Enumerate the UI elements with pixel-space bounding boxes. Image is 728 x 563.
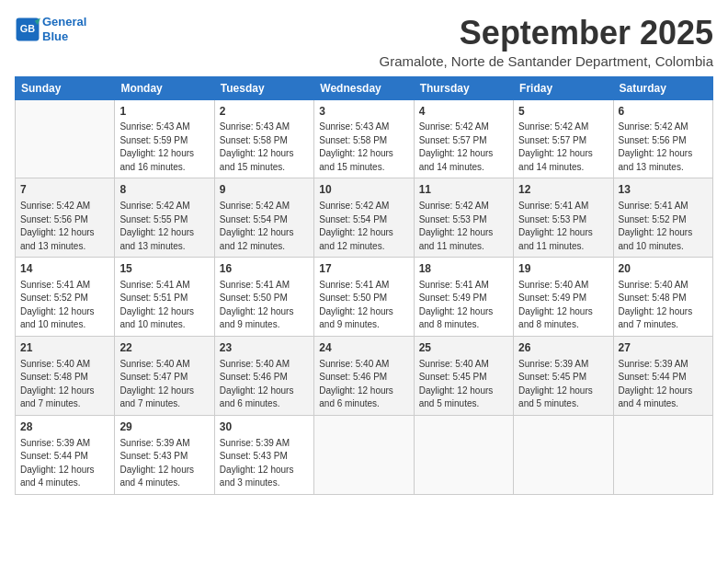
calendar-cell: 6Sunrise: 5:42 AM Sunset: 5:56 PM Daylig… <box>613 99 712 178</box>
calendar-cell: 1Sunrise: 5:43 AM Sunset: 5:59 PM Daylig… <box>115 99 214 178</box>
day-number: 21 <box>20 340 109 356</box>
calendar-cell: 18Sunrise: 5:41 AM Sunset: 5:49 PM Dayli… <box>414 258 513 337</box>
calendar-header-row: SundayMondayTuesdayWednesdayThursdayFrid… <box>16 76 713 99</box>
calendar-cell <box>514 415 613 494</box>
header-friday: Friday <box>514 76 613 99</box>
day-info: Sunrise: 5:40 AM Sunset: 5:49 PM Dayligh… <box>518 279 608 332</box>
calendar-cell: 9Sunrise: 5:42 AM Sunset: 5:54 PM Daylig… <box>214 178 313 258</box>
day-number: 2 <box>220 104 309 120</box>
day-number: 26 <box>518 340 608 356</box>
day-info: Sunrise: 5:42 AM Sunset: 5:56 PM Dayligh… <box>619 121 708 174</box>
header-saturday: Saturday <box>613 76 712 99</box>
day-info: Sunrise: 5:40 AM Sunset: 5:46 PM Dayligh… <box>319 358 408 411</box>
day-number: 30 <box>220 419 309 435</box>
header-monday: Monday <box>115 76 214 99</box>
svg-text:GB: GB <box>20 23 35 34</box>
day-number: 10 <box>319 182 408 198</box>
calendar-cell: 29Sunrise: 5:39 AM Sunset: 5:43 PM Dayli… <box>115 415 214 494</box>
day-info: Sunrise: 5:43 AM Sunset: 5:58 PM Dayligh… <box>220 121 309 174</box>
calendar-cell: 7Sunrise: 5:42 AM Sunset: 5:56 PM Daylig… <box>16 178 115 258</box>
logo-line2: Blue <box>42 29 68 43</box>
day-info: Sunrise: 5:43 AM Sunset: 5:59 PM Dayligh… <box>119 121 209 174</box>
calendar-table: SundayMondayTuesdayWednesdayThursdayFrid… <box>15 76 713 495</box>
day-number: 5 <box>518 104 608 120</box>
calendar-cell: 26Sunrise: 5:39 AM Sunset: 5:45 PM Dayli… <box>514 336 613 415</box>
calendar-cell: 15Sunrise: 5:41 AM Sunset: 5:51 PM Dayli… <box>115 258 214 337</box>
day-number: 29 <box>119 419 209 435</box>
calendar-cell: 20Sunrise: 5:40 AM Sunset: 5:48 PM Dayli… <box>613 258 712 337</box>
day-info: Sunrise: 5:39 AM Sunset: 5:44 PM Dayligh… <box>619 358 708 411</box>
calendar-cell: 11Sunrise: 5:42 AM Sunset: 5:53 PM Dayli… <box>414 178 513 258</box>
day-number: 24 <box>319 340 408 356</box>
calendar-week-1: 1Sunrise: 5:43 AM Sunset: 5:59 PM Daylig… <box>16 99 713 178</box>
calendar-cell: 28Sunrise: 5:39 AM Sunset: 5:44 PM Dayli… <box>16 415 115 494</box>
calendar-week-4: 21Sunrise: 5:40 AM Sunset: 5:48 PM Dayli… <box>16 336 713 415</box>
logo: GB General Blue <box>15 15 86 43</box>
calendar-cell: 24Sunrise: 5:40 AM Sunset: 5:46 PM Dayli… <box>314 336 414 415</box>
calendar-cell: 27Sunrise: 5:39 AM Sunset: 5:44 PM Dayli… <box>613 336 712 415</box>
day-number: 9 <box>220 182 309 198</box>
day-number: 23 <box>220 340 309 356</box>
calendar-cell: 13Sunrise: 5:41 AM Sunset: 5:52 PM Dayli… <box>613 178 712 258</box>
calendar-cell: 22Sunrise: 5:40 AM Sunset: 5:47 PM Dayli… <box>115 336 214 415</box>
day-number: 27 <box>619 340 708 356</box>
day-number: 18 <box>419 261 508 277</box>
calendar-cell: 2Sunrise: 5:43 AM Sunset: 5:58 PM Daylig… <box>214 99 313 178</box>
day-info: Sunrise: 5:40 AM Sunset: 5:47 PM Dayligh… <box>119 358 209 411</box>
calendar-cell: 12Sunrise: 5:41 AM Sunset: 5:53 PM Dayli… <box>514 178 613 258</box>
day-number: 8 <box>119 182 209 198</box>
day-number: 19 <box>518 261 608 277</box>
day-info: Sunrise: 5:41 AM Sunset: 5:53 PM Dayligh… <box>518 200 608 253</box>
header-sunday: Sunday <box>16 76 115 99</box>
location-subtitle: Gramalote, Norte de Santander Department… <box>379 53 713 69</box>
day-number: 17 <box>319 261 408 277</box>
day-number: 6 <box>619 104 708 120</box>
calendar-cell <box>314 415 414 494</box>
day-number: 25 <box>419 340 508 356</box>
logo-text: General Blue <box>42 15 86 43</box>
day-info: Sunrise: 5:42 AM Sunset: 5:54 PM Dayligh… <box>319 200 408 253</box>
page-header: GB General Blue September 2025 Gramalote… <box>15 15 713 69</box>
day-info: Sunrise: 5:42 AM Sunset: 5:56 PM Dayligh… <box>20 200 109 253</box>
title-block: September 2025 Gramalote, Norte de Santa… <box>379 15 713 69</box>
day-info: Sunrise: 5:40 AM Sunset: 5:48 PM Dayligh… <box>619 279 708 332</box>
calendar-cell: 25Sunrise: 5:40 AM Sunset: 5:45 PM Dayli… <box>414 336 513 415</box>
day-number: 28 <box>20 419 109 435</box>
day-info: Sunrise: 5:42 AM Sunset: 5:55 PM Dayligh… <box>119 200 209 253</box>
day-info: Sunrise: 5:40 AM Sunset: 5:46 PM Dayligh… <box>220 358 309 411</box>
day-info: Sunrise: 5:42 AM Sunset: 5:53 PM Dayligh… <box>419 200 508 253</box>
calendar-cell <box>414 415 513 494</box>
day-number: 3 <box>319 104 408 120</box>
day-number: 22 <box>119 340 209 356</box>
calendar-cell: 8Sunrise: 5:42 AM Sunset: 5:55 PM Daylig… <box>115 178 214 258</box>
day-number: 1 <box>119 104 209 120</box>
day-info: Sunrise: 5:41 AM Sunset: 5:50 PM Dayligh… <box>319 279 408 332</box>
header-tuesday: Tuesday <box>214 76 313 99</box>
day-number: 20 <box>619 261 708 277</box>
calendar-cell <box>613 415 712 494</box>
calendar-week-3: 14Sunrise: 5:41 AM Sunset: 5:52 PM Dayli… <box>16 258 713 337</box>
day-number: 13 <box>619 182 708 198</box>
day-number: 7 <box>20 182 109 198</box>
day-number: 4 <box>419 104 508 120</box>
calendar-cell: 4Sunrise: 5:42 AM Sunset: 5:57 PM Daylig… <box>414 99 513 178</box>
day-info: Sunrise: 5:41 AM Sunset: 5:52 PM Dayligh… <box>20 279 109 332</box>
day-number: 14 <box>20 261 109 277</box>
calendar-cell: 19Sunrise: 5:40 AM Sunset: 5:49 PM Dayli… <box>514 258 613 337</box>
day-info: Sunrise: 5:42 AM Sunset: 5:57 PM Dayligh… <box>518 121 608 174</box>
day-info: Sunrise: 5:40 AM Sunset: 5:48 PM Dayligh… <box>20 358 109 411</box>
day-info: Sunrise: 5:39 AM Sunset: 5:45 PM Dayligh… <box>518 358 608 411</box>
calendar-cell: 30Sunrise: 5:39 AM Sunset: 5:43 PM Dayli… <box>214 415 313 494</box>
calendar-cell <box>16 99 115 178</box>
header-thursday: Thursday <box>414 76 513 99</box>
month-title: September 2025 <box>379 15 713 52</box>
day-info: Sunrise: 5:41 AM Sunset: 5:50 PM Dayligh… <box>220 279 309 332</box>
header-wednesday: Wednesday <box>314 76 414 99</box>
day-info: Sunrise: 5:39 AM Sunset: 5:44 PM Dayligh… <box>20 437 109 490</box>
calendar-cell: 3Sunrise: 5:43 AM Sunset: 5:58 PM Daylig… <box>314 99 414 178</box>
calendar-cell: 5Sunrise: 5:42 AM Sunset: 5:57 PM Daylig… <box>514 99 613 178</box>
day-info: Sunrise: 5:40 AM Sunset: 5:45 PM Dayligh… <box>419 358 508 411</box>
calendar-week-2: 7Sunrise: 5:42 AM Sunset: 5:56 PM Daylig… <box>16 178 713 258</box>
day-number: 15 <box>119 261 209 277</box>
calendar-cell: 10Sunrise: 5:42 AM Sunset: 5:54 PM Dayli… <box>314 178 414 258</box>
